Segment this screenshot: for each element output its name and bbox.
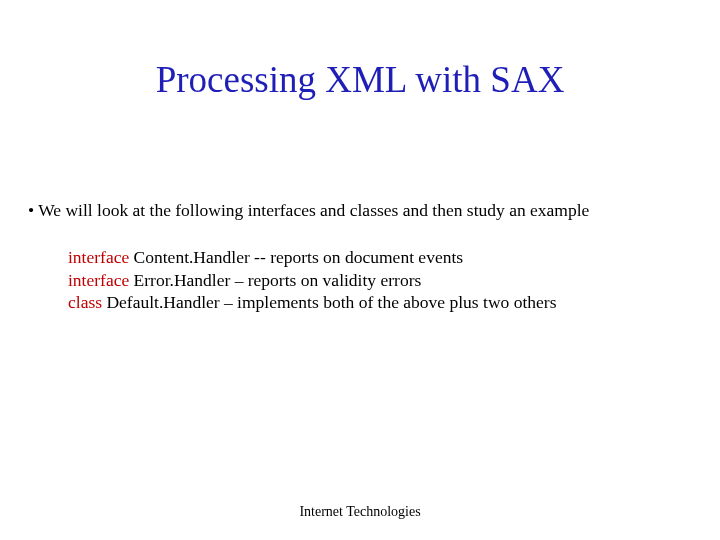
item-text: Content.Handler -- reports on document e… — [129, 247, 463, 267]
bullet-point: • We will look at the following interfac… — [28, 199, 700, 222]
sub-item: interface Content.Handler -- reports on … — [68, 246, 700, 269]
sub-item: interface Error.Handler – reports on val… — [68, 269, 700, 292]
keyword: class — [68, 292, 102, 312]
item-text: Error.Handler – reports on validity erro… — [129, 270, 421, 290]
sub-items: interface Content.Handler -- reports on … — [28, 222, 700, 314]
footer-text: Internet Technologies — [0, 504, 720, 520]
item-text: Default.Handler – implements both of the… — [102, 292, 556, 312]
keyword: interface — [68, 270, 129, 290]
slide-title: Processing XML with SAX — [0, 0, 720, 101]
sub-item: class Default.Handler – implements both … — [68, 291, 700, 314]
keyword: interface — [68, 247, 129, 267]
content-area: • We will look at the following interfac… — [0, 101, 720, 314]
